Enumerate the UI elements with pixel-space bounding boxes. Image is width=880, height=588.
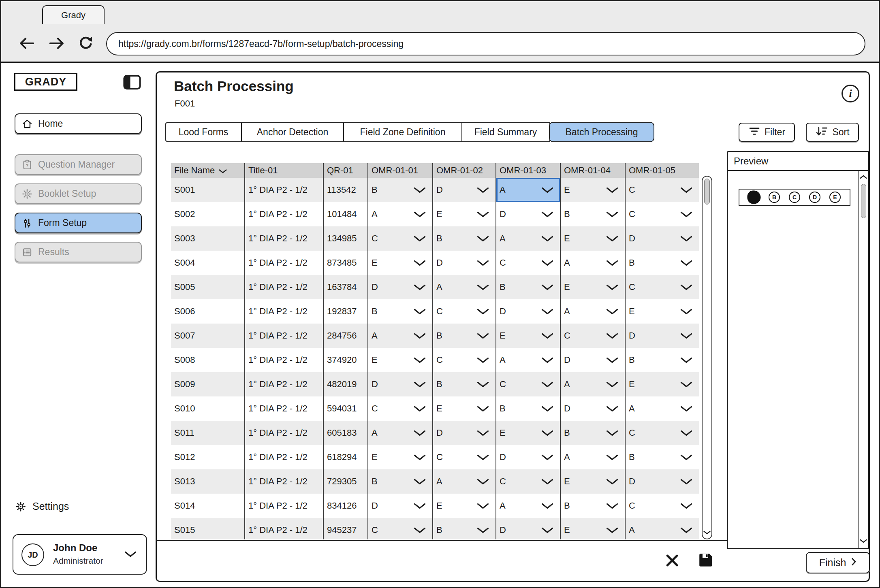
- preview-scrollbar[interactable]: [858, 171, 868, 548]
- sidebar-item-form-setup[interactable]: Form Setup: [15, 213, 142, 233]
- tab-anchor-detection[interactable]: Anchor Detection: [241, 122, 344, 142]
- discard-button[interactable]: [664, 553, 681, 570]
- omr-dropdown[interactable]: E: [625, 372, 699, 396]
- omr-dropdown[interactable]: D: [432, 178, 496, 202]
- omr-dropdown[interactable]: A: [496, 226, 560, 251]
- omr-dropdown[interactable]: B: [625, 445, 699, 469]
- omr-dropdown[interactable]: B: [367, 299, 432, 324]
- omr-dropdown[interactable]: D: [625, 469, 699, 494]
- omr-dropdown[interactable]: E: [560, 178, 625, 202]
- sidebar-item-results[interactable]: Results: [15, 242, 142, 262]
- omr-dropdown[interactable]: C: [367, 226, 432, 251]
- tab-batch-processing[interactable]: Batch Processing: [549, 122, 654, 142]
- omr-dropdown[interactable]: D: [560, 348, 625, 372]
- sidebar-item-settings[interactable]: Settings: [15, 501, 69, 512]
- scroll-down-icon[interactable]: [703, 529, 711, 536]
- omr-dropdown[interactable]: D: [367, 372, 432, 396]
- table-scrollbar[interactable]: [702, 176, 712, 539]
- omr-dropdown[interactable]: A: [496, 178, 560, 202]
- omr-dropdown[interactable]: D: [496, 445, 560, 469]
- omr-dropdown[interactable]: E: [625, 299, 699, 324]
- omr-dropdown[interactable]: D: [367, 494, 432, 518]
- omr-dropdown[interactable]: E: [367, 348, 432, 372]
- omr-dropdown[interactable]: E: [367, 251, 432, 275]
- omr-dropdown[interactable]: B: [367, 178, 432, 202]
- omr-dropdown[interactable]: A: [560, 299, 625, 324]
- sidebar-collapse-button[interactable]: [123, 74, 141, 90]
- omr-dropdown[interactable]: E: [432, 396, 496, 421]
- omr-dropdown[interactable]: C: [367, 396, 432, 421]
- omr-dropdown[interactable]: E: [560, 518, 625, 539]
- sidebar-item-question-manager[interactable]: ?Question Manager: [15, 154, 142, 175]
- omr-dropdown[interactable]: B: [625, 348, 699, 372]
- omr-dropdown[interactable]: B: [560, 421, 625, 445]
- scrollbar-thumb[interactable]: [704, 179, 710, 205]
- omr-dropdown[interactable]: A: [367, 202, 432, 226]
- column-header-file-name[interactable]: File Name: [171, 163, 244, 178]
- omr-dropdown[interactable]: E: [432, 494, 496, 518]
- omr-dropdown[interactable]: A: [496, 348, 560, 372]
- omr-dropdown[interactable]: C: [496, 469, 560, 494]
- back-button[interactable]: [17, 35, 36, 51]
- scroll-down-icon[interactable]: [860, 537, 867, 545]
- omr-dropdown[interactable]: D: [432, 421, 496, 445]
- omr-dropdown[interactable]: A: [367, 324, 432, 348]
- omr-dropdown[interactable]: B: [625, 251, 699, 275]
- forward-button[interactable]: [47, 35, 66, 51]
- omr-dropdown[interactable]: B: [560, 494, 625, 518]
- omr-dropdown[interactable]: D: [367, 275, 432, 299]
- omr-dropdown[interactable]: C: [560, 324, 625, 348]
- omr-dropdown[interactable]: A: [432, 469, 496, 494]
- refresh-button[interactable]: [77, 35, 95, 51]
- omr-dropdown[interactable]: C: [432, 348, 496, 372]
- omr-dropdown[interactable]: A: [560, 372, 625, 396]
- sidebar-item-booklet-setup[interactable]: Booklet Setup: [15, 183, 142, 204]
- omr-dropdown[interactable]: E: [432, 202, 496, 226]
- omr-dropdown[interactable]: E: [496, 421, 560, 445]
- tab-field-zone-definition[interactable]: Field Zone Definition: [343, 122, 462, 142]
- omr-dropdown[interactable]: C: [625, 178, 699, 202]
- save-button[interactable]: [696, 551, 716, 571]
- omr-dropdown[interactable]: D: [432, 251, 496, 275]
- omr-dropdown[interactable]: C: [367, 518, 432, 539]
- url-bar[interactable]: https://grady.com.br/forms/1287eacd-7b/f…: [106, 32, 865, 55]
- omr-dropdown[interactable]: D: [625, 226, 699, 251]
- omr-dropdown[interactable]: E: [496, 324, 560, 348]
- omr-dropdown[interactable]: A: [560, 251, 625, 275]
- omr-dropdown[interactable]: B: [432, 324, 496, 348]
- omr-dropdown[interactable]: A: [625, 518, 699, 539]
- sidebar-item-home[interactable]: Home: [15, 113, 142, 134]
- omr-dropdown[interactable]: D: [625, 324, 699, 348]
- omr-dropdown[interactable]: C: [432, 299, 496, 324]
- omr-dropdown[interactable]: B: [432, 226, 496, 251]
- omr-dropdown[interactable]: A: [496, 494, 560, 518]
- omr-dropdown[interactable]: D: [496, 299, 560, 324]
- omr-dropdown[interactable]: B: [496, 396, 560, 421]
- omr-dropdown[interactable]: D: [560, 396, 625, 421]
- omr-dropdown[interactable]: A: [625, 396, 699, 421]
- filter-button[interactable]: Filter: [739, 123, 795, 142]
- omr-dropdown[interactable]: D: [496, 202, 560, 226]
- browser-tab[interactable]: Grady: [42, 5, 105, 24]
- omr-dropdown[interactable]: E: [560, 469, 625, 494]
- omr-dropdown[interactable]: B: [432, 518, 496, 539]
- scroll-up-icon[interactable]: [860, 173, 867, 181]
- omr-dropdown[interactable]: B: [432, 372, 496, 396]
- omr-dropdown[interactable]: C: [625, 202, 699, 226]
- chevron-down-icon[interactable]: [124, 551, 137, 559]
- omr-dropdown[interactable]: C: [625, 421, 699, 445]
- omr-dropdown[interactable]: A: [432, 275, 496, 299]
- omr-dropdown[interactable]: B: [560, 202, 625, 226]
- scrollbar-thumb[interactable]: [861, 184, 866, 218]
- omr-dropdown[interactable]: C: [625, 494, 699, 518]
- finish-button[interactable]: Finish: [806, 552, 870, 573]
- omr-dropdown[interactable]: B: [367, 469, 432, 494]
- omr-dropdown[interactable]: C: [496, 251, 560, 275]
- info-button[interactable]: i: [842, 85, 859, 102]
- omr-dropdown[interactable]: C: [496, 372, 560, 396]
- omr-dropdown[interactable]: E: [560, 226, 625, 251]
- omr-dropdown[interactable]: E: [367, 445, 432, 469]
- user-card[interactable]: JD John Doe Administrator: [13, 534, 147, 575]
- omr-dropdown[interactable]: A: [560, 445, 625, 469]
- sort-button[interactable]: Sort: [806, 123, 859, 142]
